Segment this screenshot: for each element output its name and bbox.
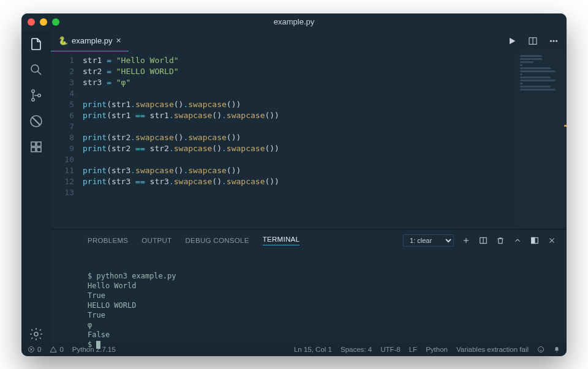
search-icon[interactable] bbox=[28, 61, 45, 78]
bottom-panel: PROBLEMS OUTPUT DEBUG CONSOLE TERMINAL 1… bbox=[51, 229, 567, 343]
terminal-line: HELLO WORLD bbox=[88, 300, 557, 310]
panel-tab-problems[interactable]: PROBLEMS bbox=[88, 237, 128, 244]
svg-rect-6 bbox=[31, 142, 36, 146]
code-line[interactable]: 7 bbox=[51, 121, 518, 132]
extensions-icon[interactable] bbox=[28, 138, 45, 155]
svg-line-1 bbox=[38, 71, 42, 75]
terminal-output[interactable]: $ python3 example.pyHello WorldTrueHELLO… bbox=[51, 249, 567, 356]
debug-icon[interactable] bbox=[28, 113, 45, 130]
code-line[interactable]: 6print(str1 == str1.swapcase().swapcase(… bbox=[51, 110, 518, 121]
python-file-icon: 🐍 bbox=[58, 36, 68, 45]
status-errors[interactable]: 0 bbox=[28, 346, 41, 353]
svg-rect-9 bbox=[37, 147, 41, 152]
svg-point-10 bbox=[34, 332, 38, 336]
terminal-line: $ bbox=[88, 340, 557, 349]
panel-tab-terminal[interactable]: TERMINAL bbox=[263, 236, 300, 245]
toggle-panel-icon[interactable] bbox=[530, 236, 540, 245]
svg-point-4 bbox=[38, 94, 40, 96]
svg-point-14 bbox=[550, 40, 551, 41]
code-line[interactable]: 12print(str3 == str3.swapcase().swapcase… bbox=[51, 176, 518, 187]
window-controls bbox=[28, 18, 59, 26]
code-line[interactable]: 11print(str3.swapcase().swapcase()) bbox=[51, 165, 518, 176]
titlebar: example.py bbox=[21, 13, 567, 31]
new-terminal-icon[interactable] bbox=[461, 236, 471, 245]
code-line[interactable]: 9print(str2 == str2.swapcase().swapcase(… bbox=[51, 143, 518, 154]
svg-point-16 bbox=[556, 40, 557, 41]
maximize-window-button[interactable] bbox=[52, 18, 59, 26]
terminal-selector[interactable]: 1: clear bbox=[403, 234, 454, 247]
more-actions-icon[interactable] bbox=[548, 35, 559, 47]
panel-tab-output[interactable]: OUTPUT bbox=[141, 237, 172, 244]
code-line[interactable]: 2str2 = "HELLO WORLD" bbox=[51, 66, 518, 77]
editor-tab-example[interactable]: 🐍 example.py × bbox=[51, 31, 129, 51]
source-control-icon[interactable] bbox=[28, 87, 45, 104]
settings-gear-icon[interactable] bbox=[28, 326, 45, 343]
code-line[interactable]: 8print(str2.swapcase().swapcase()) bbox=[51, 132, 518, 143]
split-terminal-icon[interactable] bbox=[478, 236, 488, 245]
svg-rect-8 bbox=[31, 147, 36, 152]
code-line[interactable]: 4 bbox=[51, 88, 518, 99]
close-tab-icon[interactable]: × bbox=[116, 35, 121, 45]
svg-point-2 bbox=[32, 89, 34, 92]
panel-tab-debug[interactable]: DEBUG CONSOLE bbox=[185, 237, 249, 244]
terminal-line: True bbox=[88, 291, 557, 300]
code-line[interactable]: 13 bbox=[51, 187, 518, 198]
code-line[interactable]: 1str1 = "Hello World" bbox=[51, 55, 518, 66]
terminal-line: False bbox=[88, 330, 557, 340]
svg-point-3 bbox=[32, 98, 34, 100]
kill-terminal-icon[interactable] bbox=[496, 236, 505, 245]
minimize-window-button[interactable] bbox=[40, 18, 47, 26]
split-editor-icon[interactable] bbox=[527, 35, 538, 47]
code-editor[interactable]: 1str1 = "Hello World"2str2 = "HELLO WORL… bbox=[51, 51, 518, 229]
minimap[interactable] bbox=[518, 51, 567, 229]
run-icon[interactable] bbox=[507, 35, 518, 47]
terminal-line: φ bbox=[88, 320, 557, 330]
vscode-window: example.py bbox=[21, 13, 567, 356]
explorer-icon[interactable] bbox=[28, 35, 45, 53]
svg-marker-11 bbox=[510, 37, 515, 44]
tab-bar: 🐍 example.py × bbox=[51, 31, 567, 51]
activity-bar bbox=[21, 31, 51, 343]
svg-rect-7 bbox=[37, 142, 41, 146]
code-line[interactable]: 10 bbox=[51, 154, 518, 165]
terminal-line: Hello World bbox=[88, 281, 557, 291]
tab-filename: example.py bbox=[72, 36, 112, 45]
terminal-line: $ python3 example.py bbox=[88, 271, 557, 281]
terminal-line: True bbox=[88, 310, 557, 320]
window-title: example.py bbox=[21, 17, 567, 26]
maximize-panel-icon[interactable] bbox=[513, 236, 522, 245]
svg-point-0 bbox=[31, 65, 39, 72]
svg-rect-22 bbox=[532, 237, 535, 243]
svg-point-15 bbox=[553, 40, 554, 41]
close-window-button[interactable] bbox=[28, 18, 35, 26]
code-line[interactable]: 3str3 = "φ" bbox=[51, 77, 518, 88]
close-panel-icon[interactable] bbox=[547, 236, 557, 245]
code-line[interactable]: 5print(str1.swapcase().swapcase()) bbox=[51, 99, 518, 110]
